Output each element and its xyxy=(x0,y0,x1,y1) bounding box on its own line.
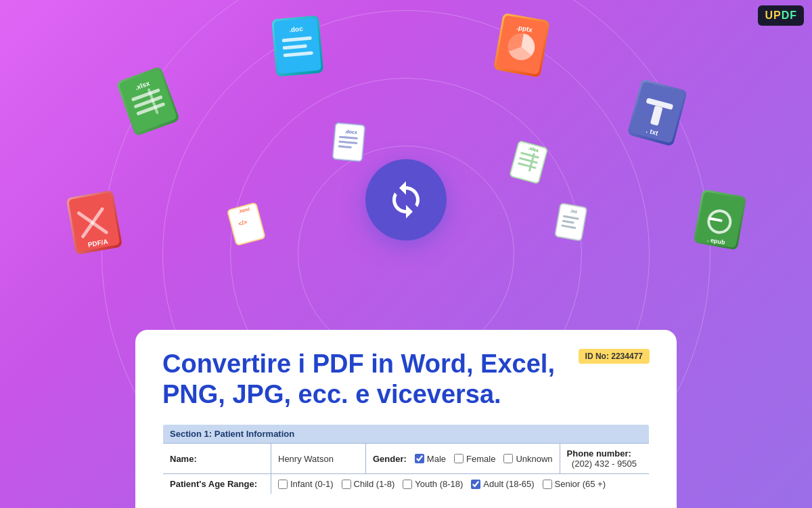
file-icon-docx-small: .docx xyxy=(330,121,371,171)
phone-label: Phone number: xyxy=(567,448,631,459)
content-panel: ID No: 2234477 Convertire i PDF in Word,… xyxy=(135,330,677,508)
file-icon-pptx-large: .pptx xyxy=(489,9,561,89)
gender-cell: Gender: Male Female Unknown xyxy=(366,444,560,474)
updf-logo: UPDF xyxy=(758,5,804,26)
age-infant[interactable]: Infant (0-1) xyxy=(278,479,334,489)
svg-text:.docx: .docx xyxy=(344,129,357,135)
phone-cell: Phone number: (202) 432 - 9505 xyxy=(560,444,649,474)
gender-label: Gender: xyxy=(373,454,407,464)
section-header: Section 1: Patient Information xyxy=(163,425,650,444)
name-label: Name: xyxy=(163,444,271,474)
age-senior[interactable]: Senior (65 +) xyxy=(543,479,606,489)
file-icon-pdfa-large: PDF/A xyxy=(62,185,135,265)
main-title: Convertire i PDF in Word, Excel, PNG, JP… xyxy=(162,349,623,410)
convert-icon xyxy=(365,159,447,240)
patient-form-table: Section 1: Patient Information Name: Hen… xyxy=(162,424,650,494)
age-child[interactable]: Child (1-8) xyxy=(342,479,395,489)
age-adult[interactable]: Adult (18-65) xyxy=(471,479,534,489)
phone-value: (202) 432 - 9505 xyxy=(572,459,637,469)
id-badge: ID No: 2234477 xyxy=(579,349,650,364)
file-icon-epub-large: . epub xyxy=(688,185,757,261)
svg-text:.doc: .doc xyxy=(289,25,304,34)
file-icon-doc-large: .doc xyxy=(268,11,335,86)
gender-unknown[interactable]: Unknown xyxy=(503,454,552,464)
gender-female[interactable]: Female xyxy=(454,454,495,464)
svg-text:.ini: .ini xyxy=(570,208,577,214)
gender-male[interactable]: Male xyxy=(415,454,446,464)
age-range-cell: Infant (0-1) Child (1-8) Youth (8-18) Ad… xyxy=(271,474,650,494)
age-youth[interactable]: Youth (8-18) xyxy=(403,479,463,489)
name-value: Henry Watson xyxy=(271,444,366,474)
age-range-label: Patient's Age Range: xyxy=(163,474,271,494)
